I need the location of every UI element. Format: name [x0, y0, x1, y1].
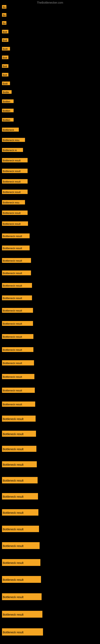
- bottleneck-label-28: Bottleneck result: [2, 270, 31, 275]
- bottleneck-label-47: Bottleneck result: [2, 542, 40, 549]
- bottleneck-label-49: Bottleneck result: [2, 576, 41, 583]
- bottleneck-label-6: Bottl: [2, 47, 10, 50]
- bottleneck-label-48: Bottleneck result: [2, 559, 40, 566]
- bottleneck-label-13: Bottlen: [2, 109, 14, 112]
- bottleneck-label-23: Bottleneck result: [2, 210, 28, 215]
- bottleneck-label-21: Bottleneck result: [2, 190, 28, 194]
- bottleneck-label-39: Bottleneck result: [2, 416, 36, 422]
- bottleneck-label-20: Bottleneck result: [2, 179, 28, 184]
- bottleneck-label-4: Bott: [2, 30, 8, 34]
- bottleneck-label-30: Bottleneck result: [2, 296, 32, 300]
- bottleneck-label-51: Bottleneck result: [2, 611, 42, 618]
- bottleneck-label-41: Bottleneck result: [2, 446, 36, 452]
- bottleneck-label-52: Bottleneck result: [2, 628, 43, 636]
- bottleneck-label-16: Bottleneck resu: [2, 138, 25, 142]
- bottleneck-label-7: Bott: [2, 56, 8, 59]
- bottleneck-label-45: Bottleneck result: [2, 509, 38, 516]
- bottleneck-label-26: Bottleneck result: [2, 246, 30, 250]
- bottleneck-label-5: Bott: [2, 38, 8, 42]
- bottleneck-label-46: Bottleneck result: [2, 526, 39, 532]
- bottleneck-label-2: Bo: [2, 13, 6, 17]
- bottleneck-label-34: Bottleneck result: [2, 347, 33, 352]
- bottleneck-label-44: Bottleneck result: [2, 493, 38, 500]
- bottleneck-label-14: Bottlen: [2, 118, 14, 122]
- bottleneck-label-18: Bottleneck result: [2, 158, 28, 162]
- bottleneck-label-40: Bottleneck result: [2, 431, 36, 437]
- bottleneck-label-42: Bottleneck result: [2, 461, 37, 467]
- bottleneck-label-22: Bottleneck resu: [2, 200, 25, 204]
- bottleneck-label-38: Bottleneck result: [2, 402, 35, 407]
- bottleneck-label-32: Bottleneck result: [2, 321, 33, 326]
- bottleneck-label-43: Bottleneck result: [2, 477, 38, 484]
- bottleneck-label-10: Bottl: [2, 82, 10, 85]
- bottleneck-label-29: Bottleneck result: [2, 283, 32, 288]
- bottleneck-label-19: Bottleneck result: [2, 169, 28, 173]
- bottleneck-label-9: Bott: [2, 73, 8, 76]
- bottleneck-label-31: Bottleneck result: [2, 308, 33, 313]
- bottleneck-label-15: Bottleneck: [2, 128, 19, 132]
- bottleneck-label-33: Bottleneck result: [2, 334, 33, 339]
- bottleneck-label-24: Bottleneck result: [2, 222, 28, 226]
- bottleneck-label-35: Bottleneck result: [2, 360, 34, 366]
- bottleneck-label-36: Bottleneck result: [2, 374, 34, 379]
- bottleneck-label-12: Bottlen: [2, 100, 14, 103]
- bottleneck-label-37: Bottleneck result: [2, 388, 35, 393]
- bottleneck-label-8: Bott: [2, 64, 8, 68]
- bottleneck-label-11: Bottle: [2, 90, 12, 94]
- bottleneck-label-25: Bottleneck result: [2, 234, 30, 238]
- bottleneck-label-17: Bottleneck re: [2, 148, 23, 152]
- bottleneck-label-3: Bo: [2, 21, 6, 25]
- bottleneck-label-50: Bottleneck result: [2, 593, 42, 600]
- bottleneck-label-27: Bottleneck result: [2, 258, 31, 263]
- site-title: TheBottlenecker.com: [37, 1, 63, 4]
- bottleneck-label-1: Bo: [2, 5, 6, 9]
